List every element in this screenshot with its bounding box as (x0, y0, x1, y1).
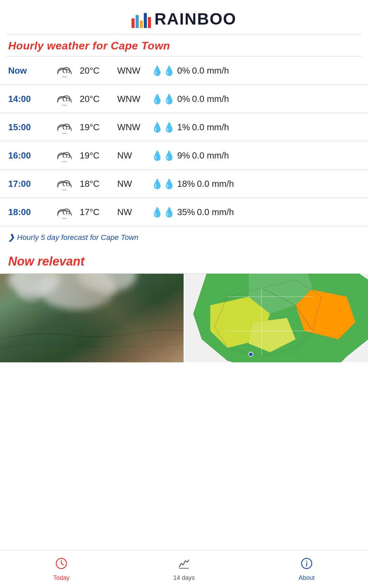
svg-rect-7 (58, 101, 71, 105)
weather-time: 18:00 (8, 207, 49, 217)
logo: RAINBOO (132, 10, 236, 28)
weather-precip: 💧💧 0% 0.0 mm/h (151, 93, 229, 105)
weather-time: 15:00 (8, 122, 49, 133)
weather-temp: 19°C (80, 150, 117, 161)
precip-pct: 1% (177, 122, 190, 133)
weather-row: 18:00 17°C NW 💧💧 35% 0.0 mm/h (0, 198, 368, 226)
nav-14days-label: 14 days (173, 574, 195, 582)
svg-rect-11 (58, 130, 71, 133)
precip-mm: 0.0 mm/h (192, 94, 229, 104)
nav-about[interactable]: About (245, 551, 368, 588)
weather-row: 15:00 19°C WNW 💧💧 1% 0.0 mm/h (0, 113, 368, 141)
cloud-icon (49, 64, 80, 77)
precip-mm: 0.0 mm/h (197, 179, 234, 189)
precip-mm: 0.0 mm/h (192, 122, 229, 133)
weather-wind: NW (117, 179, 151, 189)
weather-precip: 💧💧 35% 0.0 mm/h (151, 207, 234, 218)
precip-pct: 35% (177, 207, 195, 217)
weather-row: Now 20°C WNW 💧💧 0% 0.0 mm/h (0, 57, 368, 85)
weather-temp: 17°C (80, 207, 117, 217)
map-card[interactable] (185, 274, 368, 362)
weather-precip: 💧💧 1% 0.0 mm/h (151, 122, 229, 133)
bottom-nav: Today 14 days About (0, 551, 368, 588)
precip-mm: 0.0 mm/h (192, 65, 229, 76)
precip-pct: 0% (177, 65, 190, 76)
weather-wind: WNW (117, 122, 151, 133)
rain-drops-icon: 💧💧 (151, 65, 175, 76)
svg-rect-23 (58, 214, 71, 218)
chevron-right-icon: ❯ (8, 233, 14, 242)
weather-temp: 20°C (80, 94, 117, 104)
logo-bar-4 (144, 13, 147, 28)
page-title: Hourly weather for Cape Town (0, 35, 368, 56)
logo-bar-2 (136, 15, 139, 28)
weather-row: 16:00 19°C NW 💧💧 9% 0.0 mm/h (0, 141, 368, 170)
precip-pct: 18% (177, 179, 195, 189)
rain-drops-icon: 💧💧 (151, 207, 175, 218)
precip-pct: 0% (177, 94, 190, 104)
weather-time: 14:00 (8, 94, 49, 104)
cloud-icon (49, 149, 80, 162)
weather-precip: 💧💧 18% 0.0 mm/h (151, 178, 234, 190)
svg-rect-3 (58, 73, 71, 77)
rain-drops-icon: 💧💧 (151, 150, 175, 161)
info-icon (301, 557, 313, 572)
precip-mm: 0.0 mm/h (192, 150, 229, 161)
chart-icon (178, 557, 190, 572)
precip-pct: 9% (177, 150, 190, 161)
weather-precip: 💧💧 0% 0.0 mm/h (151, 65, 229, 76)
svg-line-36 (61, 563, 63, 565)
weather-wind: NW (117, 207, 151, 217)
rain-drops-icon: 💧💧 (151, 122, 175, 133)
svg-rect-24 (0, 274, 184, 362)
weather-time: Now (8, 65, 49, 76)
logo-bars (132, 10, 151, 28)
svg-point-27 (77, 274, 136, 292)
svg-point-40 (306, 561, 307, 562)
rain-drops-icon: 💧💧 (151, 178, 175, 190)
logo-text: RAINBOO (154, 10, 236, 28)
forecast-link[interactable]: ❯ Hourly 5 day forecast for Cape Town (0, 226, 368, 249)
weather-precip: 💧💧 9% 0.0 mm/h (151, 150, 229, 161)
weather-row: 17:00 18°C NW 💧💧 18% 0.0 mm/h (0, 170, 368, 198)
weather-time: 17:00 (8, 179, 49, 189)
nav-today-label: Today (53, 574, 70, 582)
now-relevant-title: Now relevant (0, 249, 368, 273)
logo-bar-3 (140, 20, 143, 28)
rain-drops-icon: 💧💧 (151, 93, 175, 105)
precip-mm: 0.0 mm/h (197, 207, 234, 217)
nav-today[interactable]: Today (0, 551, 123, 588)
image-cards (0, 274, 368, 362)
weather-temp: 18°C (80, 179, 117, 189)
forecast-link-text: Hourly 5 day forecast for Cape Town (17, 233, 138, 242)
weather-temp: 20°C (80, 65, 117, 76)
weather-wind: WNW (117, 94, 151, 104)
logo-bar-5 (148, 17, 151, 28)
main-content: RAINBOO Hourly weather for Cape Town Now… (0, 0, 368, 403)
app-header: RAINBOO (0, 0, 368, 34)
satellite-card[interactable] (0, 274, 185, 362)
svg-point-26 (9, 274, 60, 295)
weather-wind: WNW (117, 65, 151, 76)
cloud-icon (49, 121, 80, 134)
cloud-icon (49, 177, 80, 190)
svg-rect-19 (58, 186, 71, 190)
weather-row: 14:00 20°C WNW 💧💧 0% 0.0 mm/h (0, 85, 368, 113)
logo-bar-1 (132, 18, 135, 28)
weather-temp: 19°C (80, 122, 117, 133)
map-image (185, 274, 368, 362)
cloud-icon (49, 92, 80, 105)
nav-14days[interactable]: 14 days (123, 551, 245, 588)
weather-wind: NW (117, 150, 151, 161)
svg-rect-15 (58, 158, 71, 162)
satellite-image (0, 274, 184, 362)
weather-time: 16:00 (8, 150, 49, 161)
weather-list: Now 20°C WNW 💧💧 0% 0.0 mm/h 14:00 (0, 57, 368, 226)
svg-point-25 (39, 274, 115, 310)
cloud-icon (49, 206, 80, 218)
svg-point-30 (248, 352, 253, 357)
nav-about-label: About (298, 574, 315, 582)
clock-icon (55, 557, 67, 572)
